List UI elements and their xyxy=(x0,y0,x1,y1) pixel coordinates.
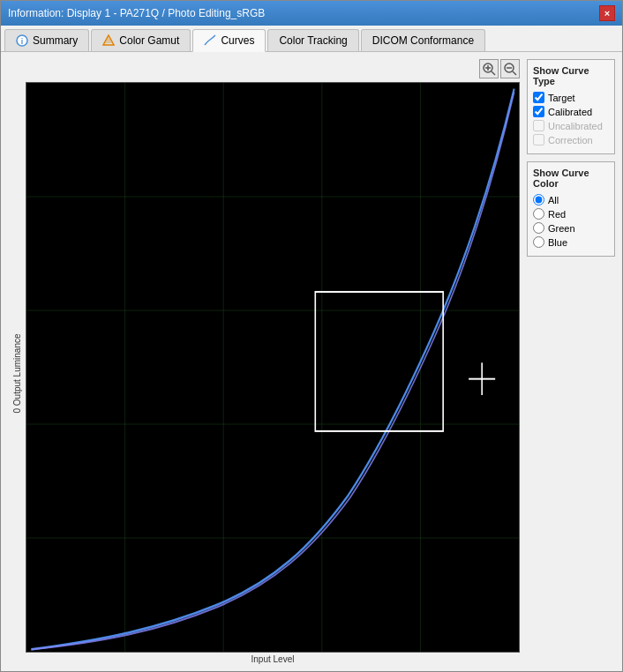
tab-color-gamut-label: Color Gamut xyxy=(119,34,179,47)
svg-text:i: i xyxy=(21,37,24,46)
x-axis-label: Input Level xyxy=(26,654,520,664)
checkbox-calibrated-item: Calibrated xyxy=(533,106,609,117)
tab-curves[interactable]: Curves xyxy=(192,29,266,52)
curve-chart xyxy=(26,83,519,652)
radio-all[interactable] xyxy=(533,194,544,205)
checkbox-correction-label: Correction xyxy=(548,135,593,146)
radio-green[interactable] xyxy=(533,222,544,234)
radio-blue-item: Blue xyxy=(533,236,609,248)
checkbox-uncalibrated[interactable] xyxy=(533,120,544,131)
main-window: Information: Display 1 - PA271Q / Photo … xyxy=(0,0,623,672)
checkbox-correction[interactable] xyxy=(533,134,544,146)
content-area: 0 Output Luminance xyxy=(1,52,622,671)
show-curve-type-title: Show Curve Type xyxy=(533,65,609,86)
checkbox-target-label: Target xyxy=(548,93,575,103)
y-axis-label-container: 0 Output Luminance xyxy=(8,82,26,664)
checkbox-uncalibrated-item: Uncalibrated xyxy=(533,120,609,131)
title-bar: Information: Display 1 - PA271Q / Photo … xyxy=(1,1,622,26)
tab-dicom-label: DICOM Conformance xyxy=(372,34,474,47)
tab-bar: i Summary Color Gamut Curves Colo xyxy=(1,26,622,52)
tab-color-gamut[interactable]: Color Gamut xyxy=(91,29,191,51)
zoom-controls xyxy=(8,59,520,78)
chart-display[interactable] xyxy=(26,82,520,653)
chart-wrapper: 0 Output Luminance xyxy=(8,82,520,664)
window-title: Information: Display 1 - PA271Q / Photo … xyxy=(8,7,265,19)
chart-canvas-area: Input Level xyxy=(26,82,520,664)
radio-all-label: All xyxy=(548,195,559,205)
checkbox-calibrated-label: Calibrated xyxy=(548,107,592,117)
radio-red-item: Red xyxy=(533,208,609,220)
tab-dicom[interactable]: DICOM Conformance xyxy=(361,29,485,51)
show-curve-color-title: Show Curve Color xyxy=(533,168,609,189)
zoom-in-button[interactable] xyxy=(479,59,499,78)
radio-green-item: Green xyxy=(533,222,609,234)
tab-color-tracking[interactable]: Color Tracking xyxy=(267,29,358,51)
radio-all-item: All xyxy=(533,194,609,205)
tab-curves-label: Curves xyxy=(221,34,254,47)
radio-blue[interactable] xyxy=(533,236,544,248)
close-button[interactable]: × xyxy=(599,5,615,21)
tab-color-tracking-label: Color Tracking xyxy=(279,34,347,47)
gamut-icon xyxy=(102,34,115,47)
radio-blue-label: Blue xyxy=(548,237,567,248)
svg-line-9 xyxy=(513,71,516,75)
tab-summary[interactable]: i Summary xyxy=(4,29,89,51)
info-icon: i xyxy=(16,34,28,47)
checkbox-uncalibrated-label: Uncalibrated xyxy=(548,121,603,131)
tab-summary-label: Summary xyxy=(33,34,78,47)
show-curve-type-section: Show Curve Type Target Calibrated Uncali… xyxy=(527,59,615,154)
y-axis-label: 0 Output Luminance xyxy=(12,333,22,413)
checkbox-target-item: Target xyxy=(533,92,609,103)
radio-green-label: Green xyxy=(548,223,575,234)
svg-line-5 xyxy=(492,71,495,75)
radio-red-label: Red xyxy=(548,209,566,220)
checkbox-calibrated[interactable] xyxy=(533,106,544,117)
checkbox-target[interactable] xyxy=(533,92,544,103)
show-curve-color-section: Show Curve Color All Red Green Blue xyxy=(527,161,615,257)
right-panel: Show Curve Type Target Calibrated Uncali… xyxy=(527,59,615,664)
radio-red[interactable] xyxy=(533,208,544,220)
curves-icon xyxy=(204,34,216,47)
zoom-out-button[interactable] xyxy=(500,59,520,78)
chart-section: 0 Output Luminance xyxy=(8,59,520,664)
checkbox-correction-item: Correction xyxy=(533,134,609,146)
